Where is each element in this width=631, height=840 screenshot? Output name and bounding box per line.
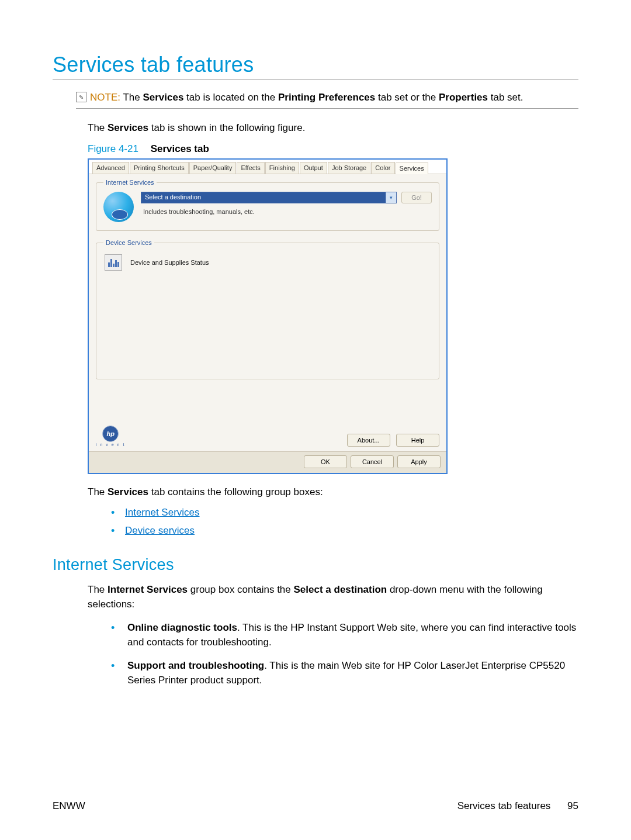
internet-services-paragraph: The Internet Services group box contains… <box>88 582 578 612</box>
device-status-label: Device and Supplies Status <box>130 259 209 266</box>
link-list: Internet Services Device services <box>111 507 578 537</box>
device-status-icon <box>105 254 122 271</box>
device-services-legend: Device Services <box>103 239 154 246</box>
invent-text: i n v e n t <box>96 443 125 447</box>
tab-strip: Advanced Printing Shortcuts Paper/Qualit… <box>89 160 446 174</box>
tab-printing-shortcuts[interactable]: Printing Shortcuts <box>130 162 189 174</box>
section-heading-internet-services: Internet Services <box>53 556 578 574</box>
list-item: Internet Services <box>111 507 578 519</box>
page-footer: ENWW Services tab features 95 <box>53 800 578 812</box>
dialog-buttons: OK Cancel Apply <box>89 451 446 473</box>
includes-text: Includes troubleshooting, manuals, etc. <box>143 208 432 215</box>
tab-color[interactable]: Color <box>371 162 394 174</box>
after-figure-text: The Services tab contains the following … <box>88 485 578 500</box>
page-number: 95 <box>567 800 578 811</box>
list-item: Online diagnostic tools. This is the HP … <box>111 620 578 650</box>
ok-button[interactable]: OK <box>304 455 347 468</box>
about-button[interactable]: About... <box>347 434 390 447</box>
figure-caption: Figure 4-21 Services tab <box>88 143 578 155</box>
tab-content: Internet Services Select a destination ▾… <box>89 174 446 426</box>
footer-right: Services tab features 95 <box>457 800 578 812</box>
list-item: Support and troubleshooting. This is the… <box>111 658 578 688</box>
internet-services-group: Internet Services Select a destination ▾… <box>96 179 439 231</box>
chevron-down-icon[interactable]: ▾ <box>386 192 396 203</box>
device-status-row[interactable]: Device and Supplies Status <box>103 252 432 273</box>
hp-logo-icon: hp <box>102 426 119 442</box>
apply-button[interactable]: Apply <box>397 455 441 468</box>
tab-finishing[interactable]: Finishing <box>265 162 299 174</box>
footer-left: ENWW <box>53 800 85 812</box>
destination-text: Select a destination <box>141 192 386 203</box>
page-title: Services tab features <box>53 53 578 80</box>
go-button[interactable]: Go! <box>401 192 432 203</box>
tab-job-storage[interactable]: Job Storage <box>328 162 370 174</box>
internet-services-link[interactable]: Internet Services <box>125 507 200 518</box>
internet-services-legend: Internet Services <box>103 179 157 186</box>
caption-text: Services tab <box>151 143 209 154</box>
tab-services[interactable]: Services <box>396 163 428 174</box>
note-prefix: NOTE: <box>90 92 120 103</box>
tab-advanced[interactable]: Advanced <box>92 162 129 174</box>
tab-output[interactable]: Output <box>300 162 327 174</box>
dialog-footer: hp i n v e n t About... Help <box>89 426 446 451</box>
destination-select[interactable]: Select a destination ▾ <box>141 192 397 203</box>
note-text: NOTE: The Services tab is located on the… <box>90 91 523 105</box>
globe-icon <box>103 192 134 222</box>
note-block: ✎ NOTE: The Services tab is located on t… <box>76 91 578 109</box>
dialog-figure: Advanced Printing Shortcuts Paper/Qualit… <box>88 158 448 474</box>
tab-effects[interactable]: Effects <box>237 162 264 174</box>
device-services-link[interactable]: Device services <box>125 525 195 536</box>
selections-list: Online diagnostic tools. This is the HP … <box>111 620 578 688</box>
tab-paper-quality[interactable]: Paper/Quality <box>189 162 237 174</box>
intro-text: The Services tab is shown in the followi… <box>88 120 578 136</box>
device-services-group: Device Services Device and Supplies Stat… <box>96 239 439 379</box>
note-icon: ✎ <box>76 92 86 102</box>
cancel-button[interactable]: Cancel <box>351 455 394 468</box>
caption-number: Figure 4-21 <box>88 143 138 154</box>
hp-logo: hp i n v e n t <box>96 426 125 447</box>
help-button[interactable]: Help <box>396 434 439 447</box>
list-item: Device services <box>111 525 578 537</box>
